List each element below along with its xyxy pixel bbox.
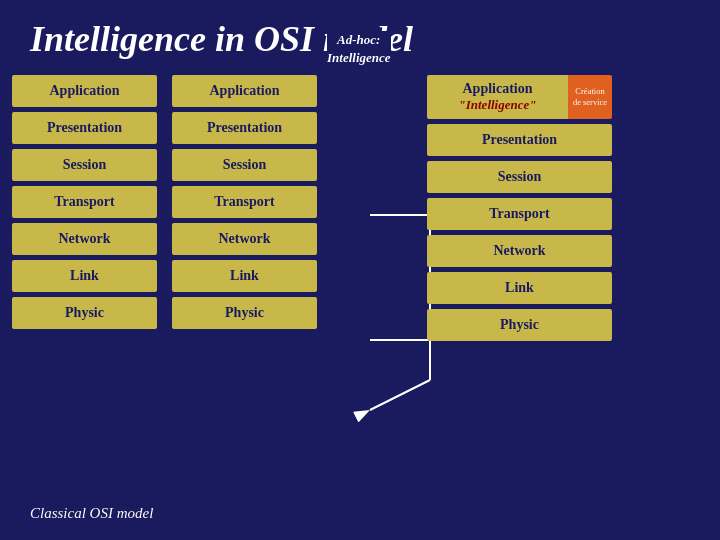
col2-application: Application: [172, 75, 317, 107]
col1-application: Application: [12, 75, 157, 107]
col3-physic: Physic: [427, 309, 612, 341]
column-3: Application "Intelligence" Création de s…: [427, 75, 612, 341]
col1-physic: Physic: [12, 297, 157, 329]
col1-transport: Transport: [12, 186, 157, 218]
col3-network: Network: [427, 235, 612, 267]
col2-transport: Transport: [172, 186, 317, 218]
col3-transport: Transport: [427, 198, 612, 230]
col3-application-box: Application "Intelligence": [427, 75, 568, 119]
col2-session: Session: [172, 149, 317, 181]
col3-session: Session: [427, 161, 612, 193]
col3-presentation: Presentation: [427, 124, 612, 156]
col2-network: Network: [172, 223, 317, 255]
creation-badge: Création de service: [568, 75, 612, 119]
column-2: Application Presentation Session Transpo…: [172, 75, 317, 329]
col1-link: Link: [12, 260, 157, 292]
intelligence-label: "Intelligence": [459, 97, 537, 113]
col1-presentation: Presentation: [12, 112, 157, 144]
svg-line-7: [370, 380, 430, 410]
col3-link: Link: [427, 272, 612, 304]
col2-link: Link: [172, 260, 317, 292]
adhoc-label: Ad-hoc:Intelligence: [327, 31, 391, 67]
col3-app-row: Application "Intelligence" Création de s…: [427, 75, 612, 119]
col2-physic: Physic: [172, 297, 317, 329]
col1-network: Network: [12, 223, 157, 255]
col2-presentation: Presentation: [172, 112, 317, 144]
column-1: Application Presentation Session Transpo…: [12, 75, 157, 329]
col1-session: Session: [12, 149, 157, 181]
bottom-label: Classical OSI model: [30, 505, 153, 522]
